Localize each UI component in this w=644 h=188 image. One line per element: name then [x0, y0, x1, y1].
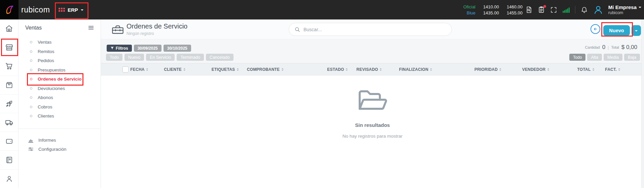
search-input[interactable] — [303, 27, 446, 32]
bullet-icon — [30, 115, 32, 117]
chevron-down-icon — [639, 7, 641, 9]
sidebar-item-label: Remitos — [38, 49, 55, 54]
empty-state: Sin resultados No hay registros para mos… — [305, 89, 440, 139]
status-pill[interactable]: Terminado — [177, 54, 204, 61]
arrow-left-icon — [593, 26, 598, 32]
sidebar-item-label: Devoluciones — [38, 86, 65, 91]
hamburger-icon[interactable] — [88, 25, 94, 32]
date-to-pill[interactable]: 30/10/2025 — [164, 45, 191, 52]
column-header[interactable]: COMPROBANTE — [247, 63, 284, 75]
priority-pill[interactable]: Todo — [569, 54, 585, 61]
rail-rocket-icon[interactable] — [0, 95, 18, 113]
rail-home-icon[interactable] — [0, 19, 18, 38]
column-header[interactable]: FECHA — [130, 63, 148, 75]
column-header[interactable]: VENDEDOR — [522, 63, 549, 75]
notification-dot — [543, 5, 546, 8]
sidebar-item-label: Pedidos — [38, 58, 54, 63]
rail-store-icon[interactable] — [0, 38, 18, 57]
clipboard-icon[interactable] — [538, 6, 545, 13]
app-switcher[interactable]: ERP — [59, 0, 83, 19]
rate-value: 1455.00 — [503, 10, 523, 15]
column-header[interactable]: CLIENTE — [164, 63, 185, 75]
topbar-icons: Mi Empresa rubicom — [525, 0, 641, 19]
sidebar-item[interactable]: Pedidos — [19, 56, 100, 65]
bell-icon[interactable] — [580, 6, 588, 14]
sort-icon — [281, 67, 283, 72]
sidebar-item-configuracion[interactable]: Configuración — [19, 145, 100, 154]
page: rubicom ERP Oficial 1410.00 1460.00 Blue… — [0, 0, 644, 188]
sidebar-item[interactable]: Cobros — [19, 102, 100, 112]
filters-bar: Filtros 30/09/2025 30/10/2025 TodoNuevoE… — [101, 39, 641, 63]
rail-ledger-icon[interactable] — [0, 151, 18, 170]
main-content: Ordenes de Servicio Ningún registro Nuev… — [101, 19, 641, 188]
rail-wallet-icon[interactable] — [0, 132, 18, 151]
sort-icon — [430, 67, 432, 72]
column-header[interactable]: ETIQUETAS — [212, 63, 239, 75]
sidebar-item-label: Ventas — [38, 40, 51, 45]
sidebar-item-label: Ordenes de Servicio — [38, 77, 82, 82]
back-button[interactable] — [591, 24, 600, 34]
column-header[interactable]: FINALIZACION — [399, 63, 432, 75]
sidebar-item[interactable]: Clientes — [19, 111, 100, 121]
status-pill[interactable]: Nuevo — [124, 54, 144, 61]
priority-filter-pills: TodoAltaMediaBaja — [569, 54, 640, 61]
sidebar-item[interactable]: Presupuestos — [19, 65, 100, 75]
brand-logo[interactable] — [0, 0, 19, 19]
filtros-button[interactable]: Filtros — [107, 45, 132, 52]
apps-grid-icon — [59, 8, 65, 12]
date-from-pill[interactable]: 30/09/2025 — [134, 45, 162, 52]
company-menu[interactable]: Mi Empresa rubicom — [608, 4, 641, 15]
column-header[interactable]: REVISADO — [356, 63, 382, 75]
sidebar-divider — [19, 129, 100, 129]
user-avatar-icon[interactable] — [593, 5, 603, 15]
status-pill[interactable]: Todo — [106, 54, 122, 61]
cantidad-label: Cantidad — [585, 45, 600, 49]
document-search-icon[interactable] — [525, 6, 533, 13]
rate-label-oficial: Oficial — [463, 4, 475, 9]
sidebar-item-informes[interactable]: Informes — [19, 136, 100, 145]
column-header[interactable]: PRIORIDAD — [474, 63, 501, 75]
rail-truck-icon[interactable] — [0, 113, 18, 132]
sidebar-item[interactable]: Abonos — [19, 93, 100, 102]
sidebar-item[interactable]: Remitos — [19, 47, 100, 56]
bullet-icon — [30, 78, 32, 80]
priority-pill[interactable]: Baja — [624, 54, 640, 61]
rate-value: 1460.00 — [503, 4, 523, 9]
column-header[interactable]: FACT. — [605, 63, 620, 75]
total-value: $ 0,00 — [621, 44, 637, 51]
sidebar-item[interactable]: Ventas — [19, 38, 100, 47]
empty-state-subtitle: No hay registros para mostrar — [305, 134, 440, 139]
search-icon — [294, 27, 300, 33]
new-button[interactable]: Nuevo — [603, 25, 630, 36]
company-name: Mi Empresa — [608, 4, 637, 10]
status-pill[interactable]: En Servicio — [146, 54, 175, 61]
new-button-dropdown[interactable] — [632, 25, 641, 36]
sliders-icon — [28, 146, 34, 152]
signal-bars-icon[interactable] — [562, 6, 570, 13]
sort-icon — [380, 67, 382, 72]
select-all-checkbox[interactable] — [122, 66, 129, 73]
account-name: rubicom — [608, 10, 641, 15]
sidebar-item-label: Informes — [38, 138, 56, 143]
status-pill[interactable]: Cancelado — [206, 54, 234, 61]
scrollbar[interactable] — [641, 19, 644, 188]
sort-icon — [237, 67, 239, 72]
fullscreen-icon[interactable] — [550, 6, 557, 13]
totals-summary: Cantidad 0 | Total $ 0,00 — [585, 44, 637, 51]
sidebar-item[interactable]: Ordenes de Servicio — [19, 75, 100, 84]
rail-person-icon[interactable] — [0, 170, 18, 188]
sidebar-item[interactable]: Devoluciones — [19, 84, 100, 93]
rail-package-icon[interactable] — [0, 76, 18, 95]
column-header[interactable]: TOTAL — [577, 63, 595, 75]
sidebar-item-label: Abonos — [38, 95, 53, 100]
sort-icon — [499, 67, 501, 72]
rate-value: 1435.00 — [479, 10, 499, 15]
bullet-icon — [30, 50, 32, 53]
sort-icon — [547, 67, 549, 72]
column-header[interactable]: ESTADO — [327, 63, 348, 75]
sort-icon — [183, 67, 185, 72]
priority-pill[interactable]: Alta — [587, 54, 602, 61]
rail-cart-icon[interactable] — [0, 57, 18, 76]
sort-icon — [346, 67, 348, 72]
priority-pill[interactable]: Media — [604, 54, 622, 61]
